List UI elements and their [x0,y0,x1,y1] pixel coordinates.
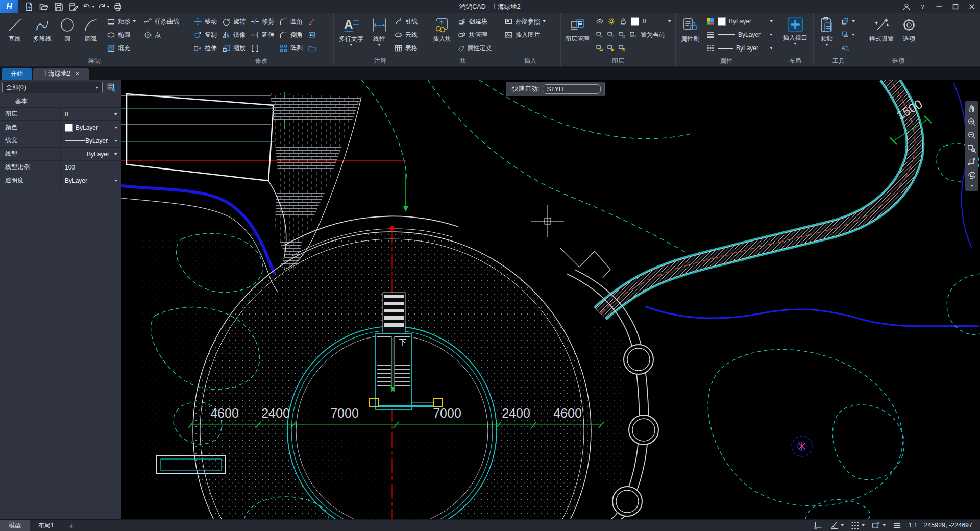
style-settings-button[interactable]: 样式设置 [866,15,897,57]
help-button[interactable]: ? [915,0,931,13]
array-button[interactable]: 阵列 [277,41,305,55]
dim-linear-button[interactable]: 线性 [367,15,391,57]
line-button[interactable]: 直线 [2,15,28,57]
selection-filter-dropdown[interactable]: 全部(0) [2,82,103,93]
ltscale-value-field[interactable]: 100 [60,161,121,174]
linetype-control[interactable]: ByLayer [704,41,775,55]
set-current-layer-icon[interactable] [629,31,638,39]
erase-button[interactable] [305,15,321,28]
account-button[interactable] [898,0,915,13]
undo-button[interactable] [82,1,95,12]
options-button[interactable]: 选项 [897,15,921,57]
xref-button[interactable]: 外部参照 [502,15,555,28]
close-button[interactable] [964,0,980,13]
linetype-value-dropdown[interactable]: ByLayer [60,148,121,160]
leader-button[interactable]: A引线 [391,15,422,28]
layout1-tab[interactable]: 布局1 [30,520,63,531]
lineweight-value-dropdown[interactable]: ByLayer [60,134,121,147]
add-layout-button[interactable]: + [63,521,80,530]
insert-block-button[interactable]: 插入块 [429,15,455,57]
layer-lock-toggle-icon[interactable] [618,31,626,39]
copy-button[interactable]: 复制 [191,28,219,41]
status-menu-button[interactable] [892,521,902,530]
trim-button[interactable]: 修剪 [248,15,277,28]
table-button[interactable]: 表格 [391,41,422,55]
hatch-button[interactable]: 填充 [104,41,141,55]
match-properties-button[interactable]: 属性刷 [677,15,703,57]
quick-launch-input[interactable] [543,84,601,94]
layer-manager-button[interactable]: 图层管理 [562,15,592,57]
print-button[interactable] [111,1,125,12]
cut-clip-button[interactable] [839,28,859,41]
zoom-in-button[interactable] [966,116,978,128]
layer-dropdown-row[interactable]: 0 [593,15,674,28]
layer-walk-eye-icon[interactable] [596,44,604,52]
nav-more-button[interactable] [966,182,978,189]
group-button[interactable] [305,41,321,55]
layer-freeze-toggle-icon[interactable] [607,31,615,39]
insert-viewport-button[interactable]: 插入视口 [780,15,810,57]
ortho-toggle[interactable] [813,521,823,530]
arc-button[interactable]: 圆弧 [78,15,104,57]
circle-button[interactable]: 圆 [57,15,78,57]
rotate-button[interactable]: 旋转 [219,15,248,28]
fillet-button[interactable]: 圆角 [277,15,305,28]
ellipse-button[interactable]: 椭圆 [104,28,141,41]
rectangle-button[interactable]: 矩形 [104,15,141,28]
section-basic[interactable]: —基本 [0,95,121,108]
object-select-button[interactable] [305,28,321,41]
new-file-button[interactable] [22,1,36,12]
extend-button[interactable]: 延伸 [248,28,277,41]
layer-value-dropdown[interactable]: 0 [60,108,121,120]
find-button[interactable]: A [839,41,859,55]
scale-indicator[interactable]: 1:1 [909,522,917,529]
zoom-window-button[interactable] [966,142,978,155]
scale-button[interactable]: 缩放 [219,41,248,55]
pan-button[interactable] [966,103,978,115]
snap-grid-toggle[interactable] [850,521,865,530]
revision-cloud-button[interactable]: 云线 [391,28,422,41]
app-logo[interactable]: H [0,0,18,13]
minimize-button[interactable] [931,0,947,13]
redo-button[interactable] [96,1,110,12]
orbit-button[interactable] [966,169,978,181]
save-button[interactable] [52,1,65,12]
zoom-extents-button[interactable] [966,156,978,168]
stretch-button[interactable]: 拉伸 [191,41,219,55]
lineweight-control[interactable]: ByLayer [704,28,775,41]
mirror-button[interactable]: 镜像 [219,28,248,41]
attribute-define-button[interactable]: 属性定义 [455,41,494,55]
tab-close-icon[interactable]: ✕ [75,70,80,77]
zoom-out-button[interactable] [966,129,978,141]
insert-image-button[interactable]: 插入图片 [502,28,555,41]
move-button[interactable]: 移动 [191,15,219,28]
layer-thaw-sun-icon[interactable] [607,44,615,52]
save-as-button[interactable] [67,1,80,12]
polar-tracking-toggle[interactable] [829,521,844,530]
tab-start[interactable]: 开始 [2,68,32,80]
break-button[interactable] [248,41,277,55]
transparency-value-dropdown[interactable]: ByLayer [60,174,121,187]
maximize-button[interactable] [947,0,964,13]
block-manage-button[interactable]: 块管理 [455,28,494,41]
spline-button[interactable]: 样条曲线 [141,15,187,28]
color-control[interactable]: ByLayer [704,15,775,28]
create-block-button[interactable]: 创建块 [455,15,494,28]
copy-clip-button[interactable] [839,15,859,28]
set-current-label[interactable]: 置为当前 [641,31,665,39]
drawing-canvas[interactable]: 1500 [121,80,980,519]
layer-off-toggle-icon[interactable] [596,31,604,39]
point-button[interactable]: 点 [141,28,187,41]
color-value-dropdown[interactable]: ByLayer [60,121,121,134]
mtext-button[interactable]: A多行文字 [335,15,367,57]
linetype-icon [706,44,715,52]
model-tab[interactable]: 模型 [0,520,30,531]
chamfer-button[interactable]: 倒角 [277,28,305,41]
open-file-button[interactable] [37,1,51,12]
quick-select-button[interactable] [105,82,119,93]
tab-document[interactable]: 上海绿地2✕ [33,68,89,80]
paste-button[interactable]: 粘贴 [815,15,839,57]
osnap-toggle[interactable] [871,521,886,530]
layer-unlock-toggle-icon[interactable] [618,44,626,52]
polyline-button[interactable]: 多段线 [28,15,57,57]
